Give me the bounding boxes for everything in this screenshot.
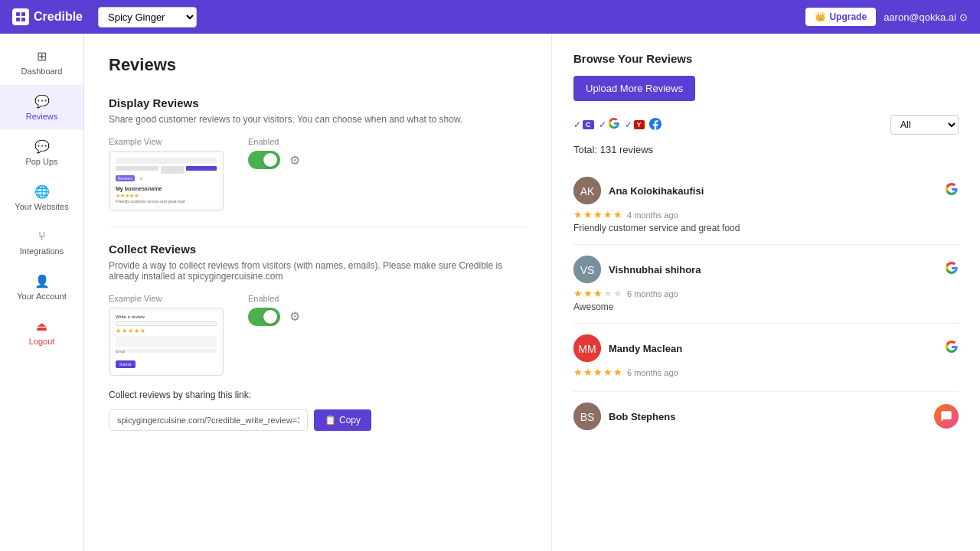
sidebar-label-account: Your Account (17, 292, 66, 301)
google-g-icon (608, 117, 620, 132)
sidebar-item-websites[interactable]: 🌐 Your Websites (0, 175, 83, 220)
brand-logo: Credible (12, 8, 83, 25)
preview-col3 (186, 166, 217, 171)
upgrade-button[interactable]: 👑 Upgrade (805, 8, 876, 26)
collect-link-section: Collect reviews by sharing this link: 📋 … (109, 390, 527, 431)
display-example-label: Example View (109, 137, 224, 146)
facebook-icon (649, 118, 662, 132)
sidebar-label-reviews: Reviews (26, 112, 58, 121)
reviews-icon: 💬 (34, 94, 50, 109)
preview-reviews-badge: Reviews (116, 175, 135, 181)
stars-vishnubhai: ★★★★★ (573, 288, 622, 299)
review-text-vishnubhai: Awesome (573, 302, 959, 312)
google-source-vishnubhai (945, 261, 959, 278)
collect-email-label: Email (116, 349, 126, 354)
google-checkmark: ✓ (599, 119, 606, 130)
svg-rect-0 (16, 12, 20, 16)
reviewer-info-ana: Ana Kolokihakaufisi (573, 177, 704, 204)
toggle-track (248, 151, 280, 169)
reviewer-name-bob: Bob Stephens (609, 411, 675, 422)
topnav-right: 👑 Upgrade aaron@qokka.ai ⊙ (805, 8, 968, 26)
logout-icon: ⏏ (36, 319, 47, 334)
crown-icon: 👑 (815, 11, 826, 22)
svg-rect-1 (21, 12, 25, 16)
collect-reviews-section: Collect Reviews Provide a way to collect… (109, 243, 527, 431)
integrations-icon: ⑂ (38, 230, 46, 243)
preview-row-1 (116, 166, 217, 174)
avatar-vishnubhai (573, 256, 601, 283)
credible-badge: C (583, 120, 594, 129)
brand-icon (12, 8, 29, 25)
dashboard-icon: ⊞ (37, 49, 47, 64)
review-text-ana: Friendly customer service and great food (573, 223, 959, 233)
sidebar: ⊞ Dashboard 💬 Reviews 💬 Pop Ups 🌐 Your W… (0, 34, 84, 551)
review-card-ana: Ana Kolokihakaufisi ★★★★★ 4 months ago F… (573, 166, 959, 245)
sidebar-item-reviews[interactable]: 💬 Reviews (0, 85, 83, 130)
collect-section-desc: Provide a way to collect reviews from vi… (109, 260, 527, 282)
preview-col2 (161, 166, 184, 174)
stars-row-mandy: ★★★★★ 6 months ago (573, 367, 959, 378)
collect-inner: Write a review ★ ★ ★ ★ ★ (113, 311, 220, 372)
collect-toggle-track (248, 308, 280, 326)
time-ago-vishnubhai: 6 months ago (627, 289, 678, 298)
preview-review-title: My businessname (116, 186, 217, 191)
collect-settings-button[interactable]: ⚙ (288, 308, 302, 325)
reviewer-name-vishnubhai: Vishnubhai shihora (609, 264, 701, 276)
sidebar-item-dashboard[interactable]: ⊞ Dashboard (0, 40, 83, 85)
time-ago-mandy: 6 months ago (627, 368, 678, 377)
reviewer-name-mandy: Mandy Maclean (609, 343, 682, 354)
collect-enabled-col: Enabled ⚙ (248, 294, 302, 326)
copy-link-button[interactable]: 📋 Copy (314, 409, 371, 431)
avatar-bob (573, 403, 601, 430)
review-card-bob: Bob Stephens (573, 392, 959, 445)
websites-icon: 🌐 (34, 184, 50, 199)
yelp-filter[interactable]: ✓ Y (625, 119, 645, 130)
collect-stars: ★ ★ ★ ★ ★ (116, 328, 217, 334)
collect-email-row: Email (116, 349, 217, 354)
credible-check-filter[interactable]: ✓ C (573, 119, 594, 130)
section-divider-1 (109, 227, 527, 227)
collect-star-3: ★ (128, 328, 133, 334)
sidebar-label-popups: Pop Ups (25, 157, 57, 166)
collect-example-label: Example View (109, 294, 224, 303)
collect-toggle[interactable] (248, 308, 280, 326)
collect-star-2: ★ (122, 328, 127, 334)
collect-name-input (116, 321, 217, 326)
chat-source-bob (934, 404, 959, 429)
collect-toggle-row: ⚙ (248, 308, 302, 326)
display-section-desc: Share good customer reviews to your visi… (109, 114, 527, 125)
topnav: Credible Spicy Ginger Other Store 👑 Upgr… (0, 0, 980, 34)
sidebar-item-logout[interactable]: ⏏ Logout (0, 310, 83, 355)
facebook-filter[interactable] (649, 118, 662, 132)
display-toggle[interactable] (248, 151, 280, 169)
brand-name: Credible (34, 10, 83, 24)
collect-link-label: Collect reviews by sharing this link: (109, 390, 527, 400)
sidebar-item-account[interactable]: 👤 Your Account (0, 265, 83, 310)
sidebar-item-integrations[interactable]: ⑂ Integrations (0, 220, 83, 265)
stars-row-vishnubhai: ★★★★★ 6 months ago (573, 288, 959, 299)
reviewer-name-ana: Ana Kolokihakaufisi (609, 185, 704, 197)
sidebar-label-integrations: Integrations (20, 246, 64, 256)
preview-col1 (116, 166, 158, 171)
reviews-filter-select[interactable]: All 5 Stars 4 Stars 3 Stars (890, 115, 959, 135)
collect-link-input[interactable] (109, 409, 308, 431)
google-source-mandy (945, 340, 959, 357)
upload-reviews-button[interactable]: Upload More Reviews (573, 76, 695, 101)
collect-star-1: ★ (116, 328, 121, 334)
store-selector[interactable]: Spicy Ginger Other Store (98, 7, 197, 28)
collect-star-4: ★ (134, 328, 139, 334)
google-source-ana (945, 182, 959, 199)
reviewer-info-mandy: Mandy Maclean (573, 334, 682, 362)
google-filter[interactable]: ✓ (599, 117, 620, 132)
display-preview-box: Reviews ⊙ My businessname ★★★★★ Friendly… (109, 151, 224, 211)
reviewer-row-mandy: Mandy Maclean (573, 334, 959, 362)
preview-stars: ★★★★★ (116, 193, 217, 199)
sidebar-item-popups[interactable]: 💬 Pop Ups (0, 130, 83, 175)
reviewer-info-bob: Bob Stephens (573, 403, 675, 430)
collect-star-5: ★ (140, 328, 145, 334)
user-info: aaron@qokka.ai ⊙ (884, 11, 968, 23)
display-settings-button[interactable]: ⚙ (288, 152, 302, 169)
review-card-vishnubhai: Vishnubhai shihora ★★★★★ 6 months ago Aw… (573, 245, 959, 324)
yelp-badge: Y (634, 120, 645, 129)
stars-mandy: ★★★★★ (573, 367, 622, 378)
